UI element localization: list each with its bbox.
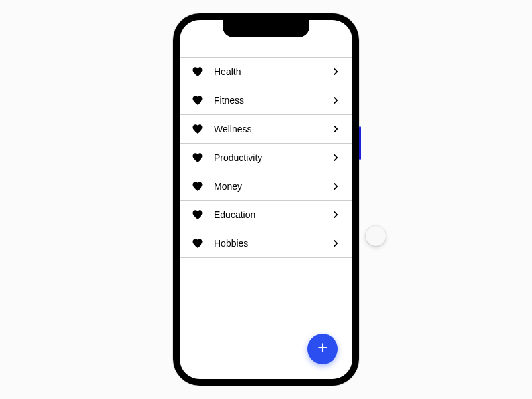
phone-side-button [359,126,361,160]
plus-icon [316,341,329,357]
chevron-right-icon [331,96,340,105]
app-content: Health Fitness [180,20,352,379]
list-item-health[interactable]: Health [180,58,352,86]
chevron-right-icon [331,239,340,248]
phone-screen: Health Fitness [180,20,352,379]
heart-icon [192,94,203,106]
chevron-right-icon [331,67,340,76]
heart-icon [192,180,203,192]
list-item-label: Hobbies [214,238,331,249]
list-item-label: Fitness [214,95,331,106]
chevron-right-icon [331,153,340,162]
list-item-productivity[interactable]: Productivity [180,144,352,172]
list-item-education[interactable]: Education [180,201,352,229]
list-item-fitness[interactable]: Fitness [180,86,352,115]
list-item-label: Productivity [214,152,331,163]
list-item-money[interactable]: Money [180,172,352,201]
chevron-right-icon [331,182,340,191]
category-list: Health Fitness [180,57,352,258]
phone-notch [223,20,309,37]
cursor-indicator [366,226,386,246]
heart-icon [192,123,203,135]
list-item-label: Education [214,209,331,220]
chevron-right-icon [331,124,340,134]
add-button[interactable] [307,334,338,364]
list-item-label: Money [214,181,331,192]
list-item-hobbies[interactable]: Hobbies [180,229,352,258]
chevron-right-icon [331,210,340,219]
list-item-label: Health [214,66,331,77]
heart-icon [192,237,203,249]
list-item-label: Wellness [214,124,331,134]
phone-frame: Health Fitness [173,13,359,386]
heart-icon [192,152,203,164]
heart-icon [192,66,203,78]
list-item-wellness[interactable]: Wellness [180,115,352,144]
heart-icon [192,209,203,221]
